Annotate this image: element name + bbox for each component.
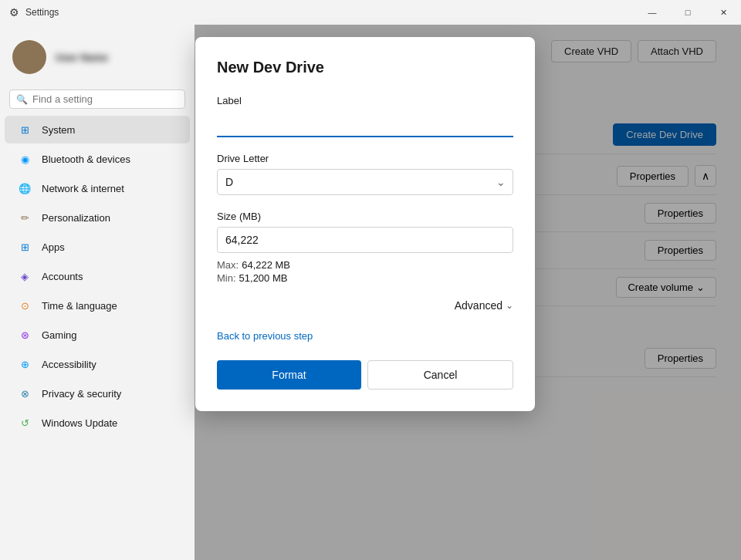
- drive-letter-form-group: Drive Letter D C E F ⌄: [217, 153, 513, 195]
- sidebar-item-label: Privacy & security: [42, 388, 121, 400]
- min-size-row: Min: 51,200 MB: [217, 272, 513, 284]
- min-label: Min:: [217, 272, 236, 284]
- size-input[interactable]: [217, 227, 513, 253]
- sidebar-item-label: Bluetooth & devices: [42, 153, 130, 165]
- accessibility-icon: ⊕: [17, 356, 32, 372]
- title-text: Settings: [25, 7, 59, 18]
- accounts-icon: ◈: [17, 268, 32, 284]
- sidebar-item-label: Time & language: [42, 300, 117, 312]
- personalization-icon: ✏: [17, 210, 32, 225]
- sidebar-item-privacy[interactable]: ⊗ Privacy & security: [5, 380, 190, 407]
- bluetooth-icon: ◉: [17, 151, 32, 167]
- window-title: ⚙ Settings: [0, 0, 59, 25]
- search-icon: 🔍: [16, 94, 28, 105]
- sidebar-item-label: Network & internet: [42, 183, 124, 194]
- back-to-previous-link[interactable]: Back to previous step: [217, 330, 313, 342]
- sidebar-item-label: Apps: [42, 241, 65, 253]
- close-button[interactable]: ✕: [705, 0, 741, 25]
- size-field-label: Size (MB): [217, 211, 513, 222]
- sidebar-item-bluetooth[interactable]: ◉ Bluetooth & devices: [5, 145, 190, 173]
- system-icon: ⊞: [17, 122, 32, 137]
- gaming-icon: ⊛: [17, 327, 32, 342]
- time-icon: ⊙: [17, 298, 32, 313]
- max-value: 64,222 MB: [242, 259, 290, 271]
- drive-letter-select-wrapper: D C E F ⌄: [217, 169, 513, 195]
- sidebar-item-gaming[interactable]: ⊛ Gaming: [5, 321, 190, 349]
- sidebar-item-label: Gaming: [42, 329, 77, 341]
- search-box[interactable]: 🔍: [9, 89, 185, 109]
- size-info: Max: 64,222 MB Min: 51,200 MB: [217, 259, 513, 284]
- sidebar-item-network[interactable]: 🌐 Network & internet: [5, 174, 190, 202]
- sidebar-item-label: Windows Update: [42, 417, 117, 429]
- settings-icon: ⚙: [9, 6, 19, 19]
- user-name: User Name: [56, 52, 108, 63]
- advanced-label: Advanced: [455, 299, 502, 312]
- sidebar-item-label: Personalization: [42, 212, 110, 224]
- sidebar-item-apps[interactable]: ⊞ Apps: [5, 233, 190, 261]
- sidebar-item-label: Accessibility: [42, 359, 96, 370]
- sidebar-item-time[interactable]: ⊙ Time & language: [5, 292, 190, 319]
- drive-letter-label: Drive Letter: [217, 153, 513, 164]
- label-field-label: Label: [217, 95, 513, 106]
- user-section: User Name: [0, 31, 195, 83]
- update-icon: ↺: [17, 415, 32, 430]
- sidebar-item-accounts[interactable]: ◈ Accounts: [5, 262, 190, 290]
- dialog-title: New Dev Drive: [217, 59, 513, 76]
- advanced-row[interactable]: Advanced ⌄: [217, 299, 513, 312]
- avatar: [12, 40, 46, 74]
- label-input[interactable]: [217, 111, 513, 137]
- size-form-group: Size (MB) Max: 64,222 MB Min: 51,200 MB: [217, 211, 513, 284]
- sidebar-item-update[interactable]: ↺ Windows Update: [5, 409, 190, 437]
- search-input[interactable]: [32, 93, 178, 105]
- label-form-group: Label: [217, 95, 513, 137]
- maximize-button[interactable]: □: [670, 0, 705, 25]
- min-value: 51,200 MB: [239, 272, 288, 284]
- network-icon: 🌐: [17, 180, 32, 196]
- advanced-chevron-icon: ⌄: [506, 300, 513, 311]
- minimize-button[interactable]: —: [634, 0, 670, 25]
- sidebar-item-system[interactable]: ⊞ System: [5, 116, 190, 143]
- sidebar: User Name 🔍 ⊞ System ◉ Bluetooth & devic…: [0, 25, 195, 560]
- sidebar-item-label: System: [42, 124, 75, 136]
- new-dev-drive-dialog: New Dev Drive Label Drive Letter D C E F…: [195, 37, 535, 411]
- dialog-footer: Format Cancel: [217, 360, 513, 390]
- max-label: Max:: [217, 259, 239, 271]
- window-controls: — □ ✕: [634, 0, 741, 25]
- format-button[interactable]: Format: [217, 360, 361, 390]
- sidebar-item-accessibility[interactable]: ⊕ Accessibility: [5, 350, 190, 378]
- drive-letter-select[interactable]: D C E F: [217, 169, 513, 195]
- apps-icon: ⊞: [17, 239, 32, 255]
- privacy-icon: ⊗: [17, 386, 32, 401]
- max-size-row: Max: 64,222 MB: [217, 259, 513, 271]
- sidebar-item-personalization[interactable]: ✏ Personalization: [5, 204, 190, 231]
- sidebar-item-label: Accounts: [42, 271, 83, 282]
- window-chrome: ⚙ Settings — □ ✕: [0, 0, 741, 25]
- cancel-button[interactable]: Cancel: [367, 360, 513, 390]
